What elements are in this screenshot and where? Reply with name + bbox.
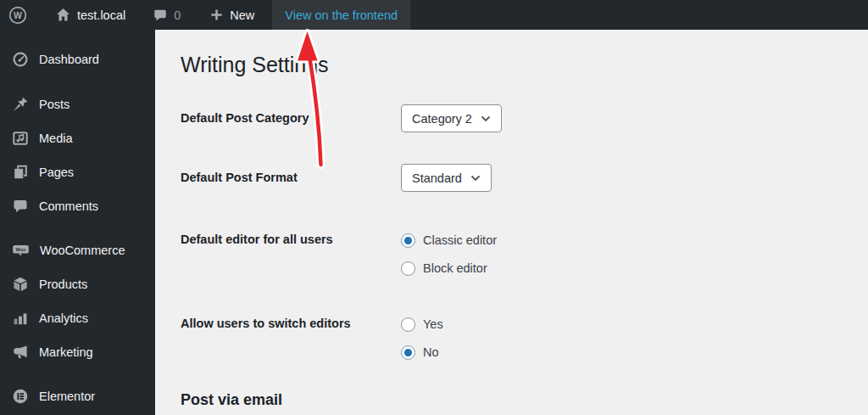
writing-settings-page: Writing Settings Default Post Category C… [155, 30, 868, 415]
select-value: Category 2 [412, 112, 472, 126]
block-editor-option[interactable]: Block editor [401, 260, 497, 277]
svg-text:W: W [14, 10, 22, 20]
woocommerce-icon: Woo [12, 242, 30, 259]
sidebar-item-products[interactable]: Products [0, 267, 155, 301]
svg-text:Woo: Woo [15, 247, 26, 252]
switch-editors-yes-option[interactable]: Yes [401, 316, 443, 333]
admin-bar: W test.local 0 New View on the frontend [0, 0, 868, 30]
chevron-down-icon [481, 115, 491, 122]
cube-icon [12, 276, 29, 293]
sidebar-item-label: Pages [39, 165, 74, 179]
comments-count-badge: 0 [174, 8, 181, 22]
new-content-menu-item[interactable]: New [198, 0, 265, 30]
default-post-category-row: Default Post Category Category 2 [181, 104, 868, 132]
radio-button[interactable] [401, 261, 415, 276]
site-name-label: test.local [77, 8, 125, 22]
sidebar-item-label: Products [39, 278, 87, 291]
site-name-menu-item[interactable]: test.local [44, 0, 136, 30]
new-label: New [230, 8, 254, 22]
radio-option-label: No [423, 345, 439, 359]
pages-icon [12, 164, 29, 181]
sidebar-item-comments[interactable]: Comments [0, 189, 155, 223]
sidebar-item-posts[interactable]: Posts [0, 87, 155, 121]
default-post-format-label: Default Post Format [181, 164, 401, 192]
bar-chart-icon [12, 310, 29, 327]
sidebar-item-label: Marketing [39, 345, 93, 359]
sidebar-item-label: Analytics [39, 311, 88, 325]
sidebar-item-woocommerce[interactable]: Woo WooCommerce [0, 233, 155, 267]
default-post-format-select[interactable]: Standard [401, 164, 492, 192]
elementor-icon [12, 388, 29, 405]
default-editor-radio-group: Classic editor Block editor [401, 231, 497, 277]
chevron-down-icon [470, 175, 481, 182]
default-post-format-row: Default Post Format Standard [181, 164, 868, 192]
sidebar-item-label: Dashboard [39, 53, 99, 66]
default-post-category-select[interactable]: Category 2 [401, 104, 502, 132]
radio-option-label: Yes [423, 317, 443, 331]
view-frontend-link[interactable]: View on the frontend [272, 0, 410, 30]
switch-editors-radio-group: Yes No [401, 315, 443, 361]
view-frontend-label: View on the frontend [285, 8, 398, 22]
select-value: Standard [412, 171, 462, 185]
sidebar-item-analytics[interactable]: Analytics [0, 301, 155, 335]
radio-button[interactable] [401, 317, 415, 332]
switch-editors-label: Allow users to switch editors [181, 315, 401, 330]
sidebar-item-pages[interactable]: Pages [0, 155, 155, 189]
radio-option-label: Classic editor [423, 233, 497, 247]
sidebar-item-marketing[interactable]: Marketing [0, 335, 155, 369]
megaphone-icon [12, 344, 29, 361]
comment-bubble-icon [153, 8, 168, 23]
radio-button-checked[interactable] [401, 345, 415, 360]
comments-menu-item[interactable]: 0 [142, 0, 192, 30]
sidebar-item-elementor[interactable]: Elementor [0, 379, 155, 413]
radio-button-checked[interactable] [401, 233, 415, 248]
media-icon [12, 130, 29, 147]
dashboard-icon [12, 51, 29, 68]
sidebar-item-dashboard[interactable]: Dashboard [0, 42, 155, 76]
sidebar-item-label: Media [39, 132, 73, 145]
sidebar-item-label: Elementor [39, 390, 95, 403]
switch-editors-no-option[interactable]: No [401, 344, 443, 361]
plus-icon [209, 8, 224, 22]
sidebar-item-label: Posts [39, 98, 70, 111]
default-post-category-label: Default Post Category [181, 104, 401, 132]
default-editor-row: Default editor for all users Classic edi… [181, 231, 868, 277]
admin-sidebar: Dashboard Posts Media Pages Comments [0, 30, 155, 415]
wordpress-menu-item[interactable]: W [0, 0, 36, 30]
switch-editors-row: Allow users to switch editors Yes No [181, 315, 868, 361]
default-editor-label: Default editor for all users [181, 231, 401, 246]
home-icon [55, 7, 71, 23]
post-via-email-heading: Post via email [181, 391, 868, 409]
wordpress-logo-icon: W [8, 6, 27, 25]
sidebar-item-label: Comments [39, 199, 98, 213]
page-title: Writing Settings [181, 50, 868, 80]
radio-option-label: Block editor [423, 261, 487, 275]
comment-icon [12, 198, 29, 215]
classic-editor-option[interactable]: Classic editor [401, 232, 497, 249]
sidebar-item-media[interactable]: Media [0, 121, 155, 155]
sidebar-item-label: WooCommerce [40, 244, 125, 257]
pushpin-icon [12, 96, 29, 113]
